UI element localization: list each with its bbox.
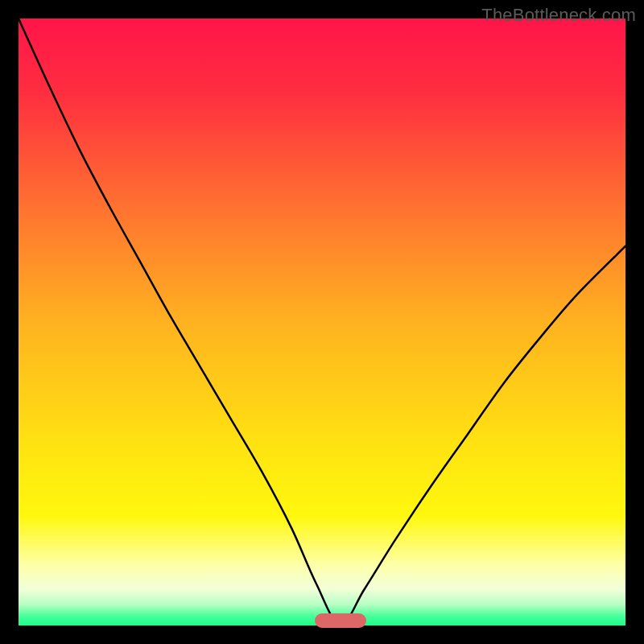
- bottleneck-chart: [19, 19, 625, 625]
- watermark-text: TheBottleneck.com: [481, 5, 636, 26]
- chart-background-gradient: [19, 19, 625, 625]
- optimum-marker: [315, 613, 366, 628]
- svg-rect-0: [19, 19, 625, 625]
